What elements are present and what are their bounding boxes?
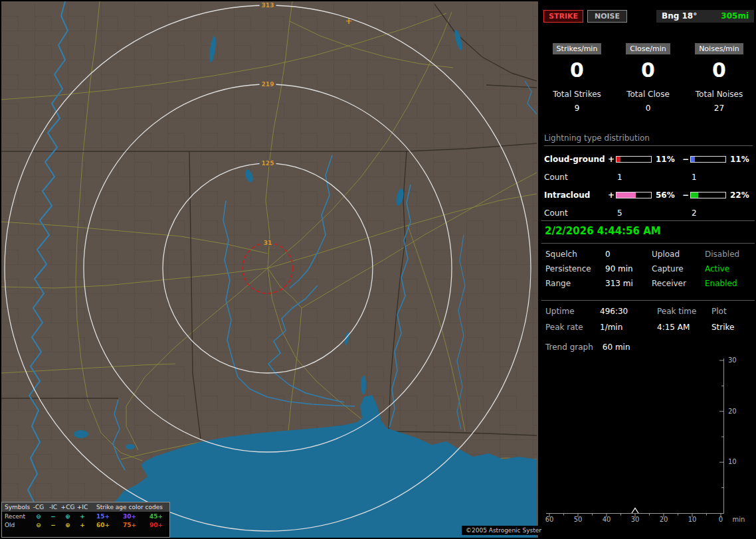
trend-graph-header: Trend graph 60 min — [545, 343, 630, 352]
rate-counters: Strikes/min 0 Total Strikes 9 Close/min … — [541, 41, 755, 113]
mode-row: STRIKE NOISE Bng 18° 305mi — [541, 10, 756, 23]
ring-label-219: 219 — [260, 81, 276, 88]
lightning-map[interactable]: 313 219 125 31 + Symbols -CG -IC +CG +IC… — [1, 1, 538, 538]
cloud-ground-count-row: Count 1 1 — [544, 168, 753, 186]
peak-time-label: Peak time — [657, 307, 711, 316]
cg-pos-symbol: ⊕ — [60, 522, 75, 528]
count-label: Count — [544, 208, 607, 218]
noises-column: Noises/min 0 Total Noises 27 — [684, 41, 755, 113]
ic-pos-symbol: + — [75, 513, 90, 520]
strikes-column: Strikes/min 0 Total Strikes 9 — [541, 41, 613, 113]
range-value: 313 mi — [605, 279, 652, 288]
legend-row-label: Old — [2, 522, 31, 528]
peak-rate-value: 1/min — [600, 323, 657, 332]
total-noises-value: 27 — [684, 104, 755, 113]
receiver-label: Receiver — [652, 279, 705, 288]
ring-label-313: 313 — [260, 2, 276, 9]
copyright-label: ©2005 Astrogenic Systems — [462, 526, 552, 535]
uptime-value: 496:30 — [600, 307, 657, 316]
mobile-delta — [361, 376, 366, 394]
cg-plus-count: 1 — [616, 173, 652, 182]
minus-sign: − — [681, 191, 690, 200]
plot-label: Plot — [711, 307, 754, 316]
capture-label: Capture — [652, 264, 705, 273]
upload-label: Upload — [652, 250, 705, 259]
total-close-value: 0 — [613, 104, 684, 113]
uptime-label: Uptime — [545, 307, 600, 316]
cg-minus-percent: 11% — [726, 155, 753, 164]
close-per-min-badge: Close/min — [626, 43, 670, 54]
clock: 2/2/2026 4:44:56 AM — [545, 225, 661, 237]
legend-type-ic-pos: +IC — [75, 504, 90, 510]
cloud-ground-row: Cloud-ground + 11% − 11% — [544, 150, 753, 168]
ring-label-125: 125 — [260, 160, 276, 167]
plus-sign: + — [607, 155, 616, 164]
noises-per-min-badge: Noises/min — [695, 43, 743, 54]
squelch-value: 0 — [605, 250, 652, 259]
intracloud-row: Intracloud + 56% − 22% — [544, 186, 753, 204]
ic-plus-count: 5 — [616, 208, 652, 218]
sidebar: STRIKE NOISE Bng 18° 305mi Strikes/min 0… — [541, 0, 756, 539]
persistence-label: Persistence — [545, 264, 605, 273]
ic-plus-bar — [616, 192, 652, 198]
intracloud-label: Intracloud — [544, 191, 607, 200]
legend-header-row: Symbols -CG -IC +CG +IC Strike age color… — [2, 502, 169, 512]
ic-neg-symbol: − — [46, 522, 60, 528]
strikes-per-min-badge: Strikes/min — [553, 43, 602, 54]
capture-status: Active — [705, 264, 754, 273]
strike-mode-button[interactable]: STRIKE — [543, 10, 583, 23]
cg-neg-symbol: ⊖ — [31, 513, 46, 520]
close-per-min-value: 0 — [613, 56, 684, 86]
ic-minus-count: 2 — [690, 208, 726, 218]
total-strikes-value: 9 — [541, 104, 613, 113]
age-code-90: 90+ — [143, 522, 169, 528]
trend-window-value: 60 min — [603, 343, 630, 352]
lightning-distribution: Lightning type distribution Cloud-ground… — [544, 133, 753, 222]
age-code-30: 30+ — [116, 513, 143, 520]
cg-neg-symbol: ⊖ — [31, 522, 46, 528]
cloud-ground-label: Cloud-ground — [544, 155, 607, 164]
bearing-value: Bng 18° — [662, 10, 697, 23]
upload-status: Disabled — [705, 250, 754, 259]
strike-symbol: + — [345, 17, 353, 25]
legend-type-ic-neg: -IC — [46, 504, 60, 510]
age-code-15: 15+ — [90, 513, 116, 520]
ic-neg-symbol: − — [46, 513, 60, 520]
trend-plot — [543, 355, 755, 529]
ic-pos-symbol: + — [75, 522, 90, 528]
ic-minus-bar — [690, 192, 726, 198]
legend-symbols-header: Symbols — [2, 504, 31, 510]
total-noises-label: Total Noises — [684, 90, 755, 99]
legend-recent-row: Recent ⊖ − ⊕ + 15+ 30+ 45+ — [2, 512, 169, 520]
cg-minus-bar — [690, 156, 726, 163]
persistence-value: 90 min — [605, 264, 652, 273]
ring-label-31: 31 — [262, 240, 274, 246]
range-label: Range — [545, 279, 605, 288]
minus-sign: − — [681, 155, 690, 164]
lake — [126, 444, 135, 449]
total-close-label: Total Close — [613, 90, 684, 99]
intracloud-count-row: Count 5 2 — [544, 204, 753, 222]
legend-old-row: Old ⊖ − ⊕ + 60+ 75+ 90+ — [2, 520, 169, 529]
noises-per-min-value: 0 — [684, 56, 755, 86]
age-code-60: 60+ — [90, 522, 116, 528]
cg-plus-percent: 11% — [652, 155, 681, 164]
noise-mode-button[interactable]: NOISE — [587, 10, 627, 23]
close-column: Close/min 0 Total Close 0 — [613, 41, 684, 113]
total-strikes-label: Total Strikes — [541, 90, 613, 99]
lake — [74, 430, 88, 438]
trend-graph-label: Trend graph — [545, 343, 600, 352]
age-code-75: 75+ — [116, 522, 143, 528]
peak-time-value: 4:15 AM — [657, 323, 711, 332]
count-label: Count — [544, 173, 607, 182]
legend-row-label: Recent — [2, 513, 31, 520]
cg-plus-bar — [616, 156, 652, 163]
plot-value: Strike — [711, 323, 754, 332]
lake — [142, 456, 190, 476]
trend-graph: 6050403020100min 302010 — [543, 355, 755, 529]
legend-type-cg-neg: -CG — [31, 504, 46, 510]
distribution-title: Lightning type distribution — [544, 133, 753, 146]
legend-age-header: Strike age color codes — [90, 504, 169, 510]
legend-type-cg-pos: +CG — [60, 504, 75, 510]
cg-pos-symbol: ⊕ — [60, 513, 75, 520]
